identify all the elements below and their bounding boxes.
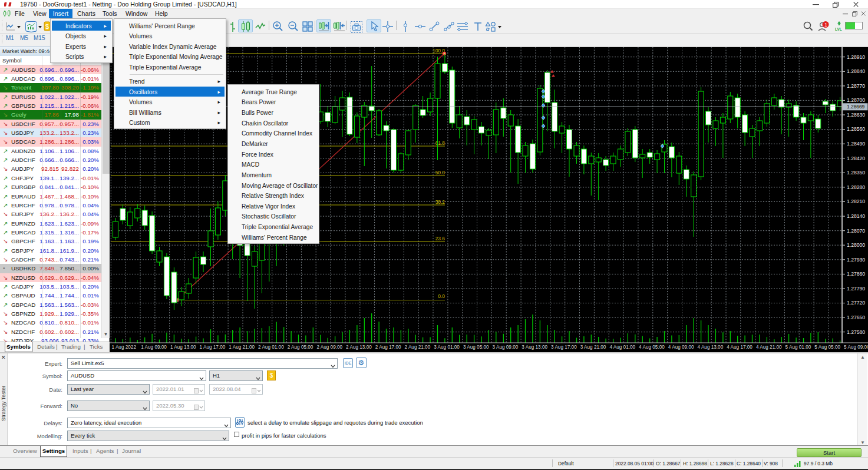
svg-text:1.28070: 1.28070 [847,228,865,234]
svg-text:2 Aug 09:00: 2 Aug 09:00 [316,345,342,350]
svg-text:38.2: 38.2 [435,199,445,205]
svg-text:1.27860: 1.27860 [847,271,865,277]
svg-text:3 Aug 01:00: 3 Aug 01:00 [434,345,460,350]
svg-text:3 Aug 13:00: 3 Aug 13:00 [522,345,547,350]
svg-text:3 Aug 17:00: 3 Aug 17:00 [551,345,577,350]
svg-text:1.27650: 1.27650 [847,315,865,320]
svg-text:4 Aug 01:00: 4 Aug 01:00 [609,345,635,350]
svg-text:1.28000: 1.28000 [847,242,865,248]
svg-text:$: $ [45,23,49,30]
svg-text:50.0: 50.0 [435,170,445,176]
svg-text:1.27930: 1.27930 [847,257,865,263]
svg-text:4 Aug 09:00: 4 Aug 09:00 [668,345,694,350]
svg-text:1.28669: 1.28669 [847,104,865,110]
svg-text:5 Aug 05:00: 5 Aug 05:00 [814,345,840,350]
svg-text:4 Aug 13:00: 4 Aug 13:00 [698,345,724,350]
svg-text:1.28420: 1.28420 [847,155,865,161]
svg-text:1 Aug 2022: 1 Aug 2022 [112,345,137,350]
svg-text:3 Aug 05:00: 3 Aug 05:00 [463,345,489,350]
svg-text:5 Aug 01:00: 5 Aug 01:00 [786,345,811,350]
svg-text:4 Aug 05:00: 4 Aug 05:00 [639,345,665,350]
svg-text:LVL: LVL [835,27,842,31]
svg-text:1 Aug 21:00: 1 Aug 21:00 [229,345,255,350]
svg-text:1.28280: 1.28280 [847,184,865,190]
svg-text:3 Aug 09:00: 3 Aug 09:00 [493,345,519,350]
svg-text:1 Aug 09:00: 1 Aug 09:00 [141,345,167,350]
svg-text:2 Aug 21:00: 2 Aug 21:00 [405,345,431,350]
svg-text:3 Aug 21:00: 3 Aug 21:00 [580,345,606,350]
svg-text:1.28210: 1.28210 [847,198,865,204]
svg-text:2 Aug 13:00: 2 Aug 13:00 [346,345,372,350]
svg-text:1 Aug 17:00: 1 Aug 17:00 [200,345,226,350]
svg-text:1: 1 [824,22,827,28]
svg-text:1.27580: 1.27580 [847,329,865,335]
svg-text:4 Aug 17:00: 4 Aug 17:00 [727,345,753,350]
svg-text:4 Aug 21:00: 4 Aug 21:00 [756,345,782,350]
svg-text:1.28770: 1.28770 [847,83,865,89]
svg-text:2 Aug 05:00: 2 Aug 05:00 [288,345,313,350]
svg-text:1.28840: 1.28840 [847,68,865,74]
svg-text:5 Aug 09:00: 5 Aug 09:00 [844,345,868,350]
svg-text:1 Aug 13:00: 1 Aug 13:00 [170,345,196,350]
svg-text:1.28630: 1.28630 [847,112,865,118]
svg-text:1.28700: 1.28700 [847,97,865,103]
svg-text:1.28910: 1.28910 [847,54,865,60]
svg-text:0.0: 0.0 [438,293,445,299]
svg-text:1.27720: 1.27720 [847,300,865,306]
svg-text:61.8: 61.8 [435,140,445,146]
svg-text:1.28490: 1.28490 [847,141,865,147]
svg-text:1.28350: 1.28350 [847,170,865,176]
svg-text:1.28140: 1.28140 [847,213,865,219]
svg-text:2 Aug 17:00: 2 Aug 17:00 [375,345,401,350]
svg-text:2 Aug 01:00: 2 Aug 01:00 [258,345,284,350]
svg-text:1.28560: 1.28560 [847,126,865,132]
svg-text:23.6: 23.6 [435,236,445,241]
svg-text:1.27790: 1.27790 [847,286,865,292]
